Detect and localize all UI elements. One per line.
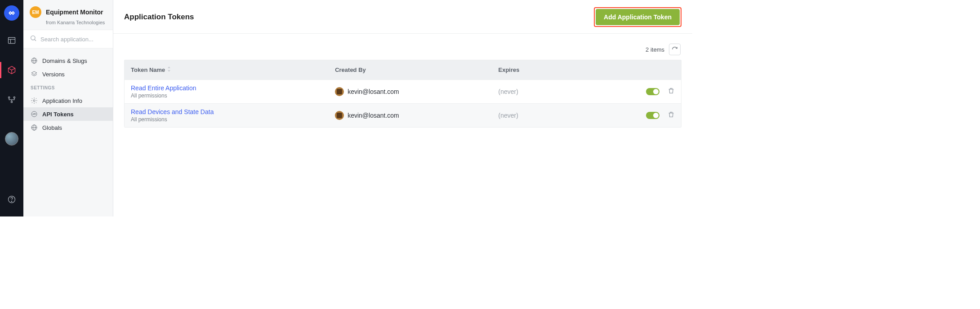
globe-icon	[31, 57, 38, 64]
trash-icon	[668, 111, 675, 118]
created-by-cell: kevin@losant.com	[335, 87, 498, 96]
sort-icon	[167, 66, 171, 73]
expires-cell: (never)	[499, 88, 621, 95]
token-name-link[interactable]: Read Entire Application	[131, 84, 335, 92]
refresh-button[interactable]	[669, 44, 681, 55]
expires-cell: (never)	[499, 112, 621, 119]
app-name: Equipment Monitor	[46, 9, 103, 16]
created-by-cell: kevin@losant.com	[335, 111, 498, 120]
enable-toggle[interactable]	[646, 88, 659, 95]
table-header: Token Name Created By Expires	[125, 60, 681, 79]
sidebar-item-versions[interactable]: Versions	[23, 67, 113, 81]
column-label: Token Name	[131, 66, 165, 73]
app-subtitle: from Kanarra Technologies	[23, 20, 113, 25]
svg-point-5	[13, 97, 15, 98]
search-bar[interactable]	[23, 30, 113, 49]
layers-icon	[31, 71, 38, 78]
svg-point-9	[11, 201, 12, 202]
table-row: Read Entire Application All permissions …	[125, 79, 681, 103]
tokens-table: Token Name Created By Expires Read Entir…	[124, 60, 682, 128]
svg-point-6	[11, 101, 12, 102]
column-label: Expires	[499, 66, 520, 73]
user-avatar-icon	[335, 87, 344, 96]
help-icon[interactable]	[0, 190, 23, 209]
created-by-email: kevin@losant.com	[347, 88, 399, 95]
search-icon	[30, 35, 37, 44]
app-badge: EM	[30, 6, 41, 18]
search-input[interactable]	[40, 36, 107, 43]
main-content: Application Tokens Add Application Token…	[113, 0, 692, 216]
token-permissions: All permissions	[131, 93, 335, 99]
sidebar-item-label: Domains & Slugs	[42, 57, 87, 64]
sidebar-item-domains[interactable]: Domains & Slugs	[23, 54, 113, 67]
svg-text:API: API	[32, 113, 36, 115]
token-permissions: All permissions	[131, 116, 335, 123]
user-avatar-icon	[335, 111, 344, 120]
refresh-icon	[672, 46, 678, 53]
api-icon: API	[31, 110, 38, 118]
svg-point-15	[33, 100, 35, 102]
sidebar-item-label: Versions	[42, 71, 65, 78]
column-created-by: Created By	[335, 66, 498, 73]
sidebar-item-api-tokens[interactable]: API API Tokens	[23, 107, 113, 121]
sidebar: EM Equipment Monitor from Kanarra Techno…	[23, 0, 113, 216]
enable-toggle[interactable]	[646, 112, 659, 119]
brand-logo[interactable]	[4, 5, 19, 21]
column-token-name[interactable]: Token Name	[131, 66, 335, 73]
sidebar-item-application-info[interactable]: Application Info	[23, 94, 113, 107]
svg-point-10	[31, 36, 35, 40]
sidebar-item-label: Application Info	[42, 97, 82, 104]
sidebar-item-label: Globals	[42, 124, 62, 131]
icon-rail	[0, 0, 23, 216]
token-name-link[interactable]: Read Devices and State Data	[131, 108, 335, 115]
delete-button[interactable]	[668, 87, 675, 96]
page-title: Application Tokens	[124, 13, 194, 22]
svg-point-4	[9, 97, 10, 98]
column-label: Created By	[335, 66, 366, 73]
trash-icon	[668, 87, 675, 94]
rail-application-icon[interactable]	[0, 60, 23, 80]
column-expires: Expires	[499, 66, 621, 73]
item-count: 2 items	[646, 46, 664, 53]
globe-icon	[31, 124, 38, 131]
table-row: Read Devices and State Data All permissi…	[125, 103, 681, 127]
sidebar-item-globals[interactable]: Globals	[23, 121, 113, 134]
sidebar-item-label: API Tokens	[42, 111, 74, 118]
delete-button[interactable]	[668, 111, 675, 120]
gear-icon	[31, 97, 38, 104]
app-header[interactable]: EM Equipment Monitor	[23, 0, 113, 22]
rail-dashboard-icon[interactable]	[0, 31, 23, 50]
svg-line-11	[35, 40, 36, 41]
sidebar-heading-settings: SETTINGS	[23, 83, 113, 93]
created-by-email: kevin@losant.com	[347, 112, 399, 119]
rail-workflow-icon[interactable]	[0, 90, 23, 110]
svg-rect-0	[9, 37, 15, 43]
user-avatar-icon[interactable]	[5, 132, 18, 146]
add-application-token-button[interactable]: Add Application Token	[596, 9, 680, 25]
highlight-annotation: Add Application Token	[594, 7, 682, 27]
